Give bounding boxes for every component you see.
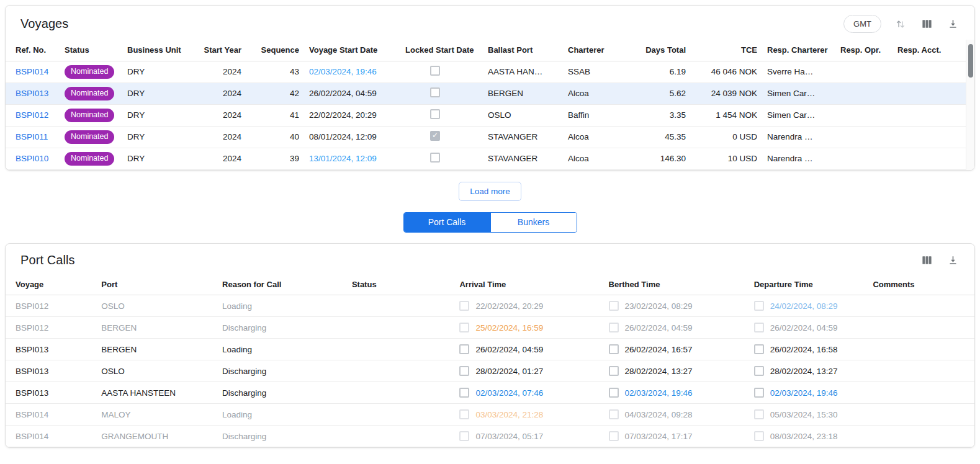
cell-comments	[868, 426, 974, 447]
cell-berthed: 23/02/2024, 08:29	[604, 295, 749, 317]
scrollbar-thumb[interactable]	[968, 44, 973, 78]
download-icon[interactable]	[946, 253, 960, 267]
departure-checkbox[interactable]	[754, 431, 764, 441]
locked-start-date-checkbox[interactable]	[430, 87, 440, 97]
locked-start-date-checkbox[interactable]	[430, 66, 440, 76]
voyage-start-date[interactable]: 02/03/2024, 19:46	[309, 67, 377, 76]
berthed-checkbox[interactable]	[609, 388, 619, 398]
departure-checkbox[interactable]	[754, 409, 764, 419]
cell-locked_start_date	[400, 148, 483, 169]
port-calls-card: Port Calls VoyagePortReason for CallStat…	[5, 243, 975, 448]
col-header-business_unit: Business Unit	[122, 40, 198, 61]
port-call-row[interactable]: BSPI012BERGENDischarging25/02/2024, 16:5…	[6, 317, 974, 339]
voyages-vertical-scrollbar[interactable]	[966, 40, 974, 170]
port-call-row[interactable]: BSPI013OSLODischarging28/02/2024, 01:272…	[6, 360, 974, 382]
voyage-row[interactable]: BSPI014NominatedDRY20244302/03/2024, 19:…	[6, 61, 967, 83]
berthed-checkbox[interactable]	[609, 431, 619, 441]
locked-start-date-checkbox[interactable]	[430, 153, 440, 163]
voyage-start-date: 22/02/2024, 20:29	[309, 110, 377, 120]
berthed-checkbox[interactable]	[609, 409, 619, 419]
cell-tce: 10 USD	[691, 148, 762, 169]
cell-resp_acct	[892, 61, 967, 83]
locked-start-date-checkbox[interactable]	[430, 109, 440, 119]
col-header-voyage: Voyage	[6, 274, 96, 295]
berthed-time: 28/02/2024, 13:27	[625, 367, 693, 376]
voyage-ref-link[interactable]: BSPI013	[16, 89, 48, 98]
voyage-ref-link[interactable]: BSPI011	[16, 132, 48, 141]
voyage-ref-link[interactable]: BSPI012	[16, 110, 48, 120]
departure-checkbox[interactable]	[754, 344, 764, 354]
berthed-time: 26/02/2024, 16:57	[625, 345, 693, 354]
sort-icon[interactable]	[894, 17, 907, 31]
departure-checkbox[interactable]	[754, 388, 764, 398]
tab-bunkers[interactable]: Bunkers	[490, 213, 577, 232]
cell-tce: 0 USD	[691, 126, 762, 148]
port-call-row[interactable]: BSPI013BERGENLoading26/02/2024, 04:5926/…	[6, 339, 974, 360]
arrival-checkbox[interactable]	[459, 301, 469, 311]
port-call-row[interactable]: BSPI014MALOYLoading03/03/2024, 21:2804/0…	[6, 404, 974, 426]
arrival-checkbox[interactable]	[459, 366, 469, 376]
cell-business_unit: DRY	[122, 148, 198, 169]
cell-resp_opr	[835, 148, 892, 169]
columns-icon[interactable]	[920, 253, 933, 267]
timezone-button[interactable]: GMT	[843, 15, 881, 33]
locked-start-date-checkbox[interactable]	[430, 131, 440, 141]
port-call-row[interactable]: BSPI013AASTA HANSTEENDischarging02/03/20…	[6, 382, 974, 404]
cell-ref: BSPI013	[6, 83, 60, 104]
voyage-row[interactable]: BSPI012NominatedDRY20244122/02/2024, 20:…	[6, 104, 967, 126]
cell-ballast_port: AASTA HAN…	[483, 61, 563, 83]
departure-time: 26/02/2024, 16:58	[770, 345, 838, 354]
departure-checkbox[interactable]	[754, 323, 764, 332]
cell-status	[347, 339, 455, 360]
berthed-checkbox[interactable]	[609, 366, 619, 376]
col-header-reason: Reason for Call	[217, 274, 347, 295]
arrival-checkbox[interactable]	[459, 344, 469, 354]
cell-sequence: 42	[246, 83, 304, 104]
status-badge: Nominated	[65, 109, 114, 122]
voyage-ref-link[interactable]: BSPI014	[16, 67, 48, 76]
arrival-time: 02/03/2024, 07:46	[475, 388, 543, 398]
voyage-ref-link[interactable]: BSPI010	[16, 154, 48, 163]
cell-business_unit: DRY	[122, 104, 198, 126]
columns-icon[interactable]	[920, 17, 933, 31]
col-header-charterer: Charterer	[563, 40, 623, 61]
col-header-port: Port	[96, 274, 217, 295]
berthed-checkbox[interactable]	[609, 301, 619, 311]
tab-port-calls[interactable]: Port Calls	[404, 213, 490, 232]
port-call-row[interactable]: BSPI012OSLOLoading22/02/2024, 20:2923/02…	[6, 295, 974, 317]
col-header-status: Status	[60, 40, 122, 61]
cell-departure: 02/03/2024, 19:46	[749, 382, 868, 404]
voyage-row[interactable]: BSPI013NominatedDRY20244226/02/2024, 04:…	[6, 83, 967, 104]
cell-charterer: Alcoa	[563, 148, 623, 169]
voyage-start-date[interactable]: 13/01/2024, 12:09	[309, 154, 377, 163]
voyage-row[interactable]: BSPI010NominatedDRY20243913/01/2024, 12:…	[6, 148, 967, 169]
cell-business_unit: DRY	[122, 61, 198, 83]
load-more-button[interactable]: Load more	[459, 182, 521, 201]
departure-checkbox[interactable]	[754, 366, 764, 376]
cell-reason: Loading	[217, 339, 347, 360]
arrival-checkbox[interactable]	[459, 323, 469, 332]
cell-voyage_start_date: 26/02/2024, 04:59	[304, 83, 400, 104]
col-header-locked_start_date: Locked Start Date	[400, 40, 483, 61]
departure-time: 05/03/2024, 15:30	[770, 410, 838, 419]
berthed-checkbox[interactable]	[609, 323, 619, 332]
cell-reason: Discharging	[217, 426, 347, 447]
port-call-row[interactable]: BSPI014GRANGEMOUTHDischarging07/03/2024,…	[6, 426, 974, 447]
berthed-checkbox[interactable]	[609, 344, 619, 354]
arrival-checkbox[interactable]	[459, 409, 469, 419]
col-header-voyage_start_date: Voyage Start Date	[304, 40, 400, 61]
download-icon[interactable]	[946, 17, 960, 31]
col-header-status: Status	[347, 274, 455, 295]
arrival-checkbox[interactable]	[459, 431, 469, 441]
arrival-checkbox[interactable]	[459, 388, 469, 398]
departure-checkbox[interactable]	[754, 301, 764, 311]
port-calls-title: Port Calls	[20, 253, 75, 267]
cell-charterer: Baffin	[563, 104, 623, 126]
cell-voyage: BSPI013	[6, 339, 96, 360]
cell-arrival: 28/02/2024, 01:27	[454, 360, 603, 382]
berthed-time: 23/02/2024, 08:29	[625, 301, 693, 311]
voyage-row[interactable]: BSPI011NominatedDRY20244008/01/2024, 12:…	[6, 126, 967, 148]
cell-port: BERGEN	[96, 317, 217, 339]
cell-ballast_port: STAVANGER	[483, 148, 563, 169]
detail-tabs: Port CallsBunkers	[403, 212, 577, 233]
